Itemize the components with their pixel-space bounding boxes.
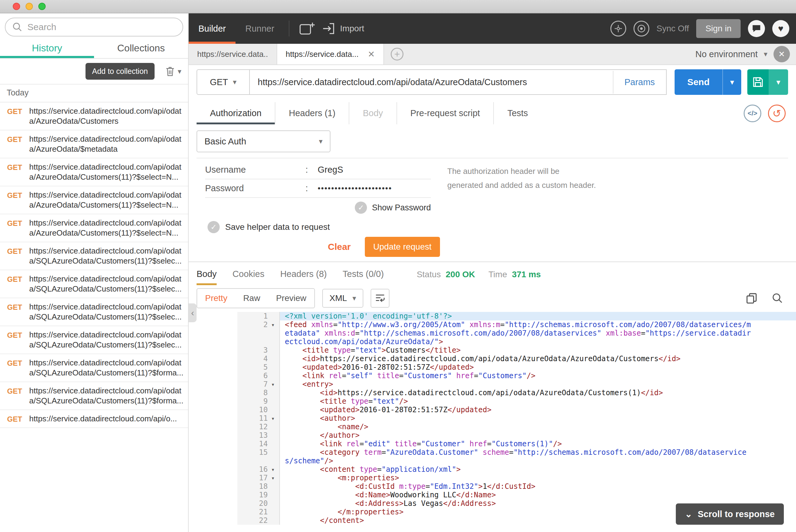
new-request-tab-icon[interactable]: + [391,48,403,60]
history-item[interactable]: GET https://service.datadirectcloud.com/… [0,326,188,354]
copy-icon[interactable] [745,292,758,304]
response-body-viewer[interactable]: 1<?xml version='1.0' encoding='utf-8'?>2… [237,312,796,532]
import-icon [322,22,336,35]
history-item[interactable]: GET https://service.datadirectcloud.com/… [0,102,188,130]
auth-type-select[interactable]: Basic Auth ▾ [197,130,330,152]
view-preview[interactable]: Preview [268,289,314,308]
environment-quicklook-icon[interactable]: ✕ [774,46,790,62]
history-url: https://service.datadirectcloud.com/api/… [29,274,186,294]
save-button[interactable] [747,69,768,95]
sync-icon[interactable] [634,21,649,37]
scroll-to-response-button[interactable]: ⌄ Scroll to response [676,504,784,525]
zoom-button[interactable] [38,3,46,10]
history-item[interactable]: GET https://service.datadirectcloud.com/… [0,354,188,382]
history-item[interactable]: GET https://service.datadirectcloud.com/… [0,158,188,186]
generate-code-icon[interactable]: </> [744,104,761,122]
history-item[interactable]: GET https://service.datadirectcloud.com/… [0,298,188,326]
interceptor-icon[interactable] [610,21,626,37]
tab-body[interactable]: Body [349,102,396,124]
add-to-collection-button[interactable]: Add to collection [86,63,155,80]
history-url: https://service.datadirectcloud.com/api/… [29,246,186,266]
auth-note: The authorization header will be generat… [447,161,596,214]
tab-authorization[interactable]: Authorization [197,102,275,124]
history-method-label: GET [0,330,29,350]
clear-button[interactable]: Clear [328,242,350,252]
password-label: Password [205,183,306,193]
search-input[interactable]: Search [5,18,183,37]
close-button[interactable] [13,3,20,10]
history-item[interactable]: GET https://service.datadirectcloud.com/… [0,186,188,214]
history-item[interactable]: GET https://service.datadirectcloud.com/… [0,270,188,298]
environment-select[interactable]: No environment [695,49,758,59]
username-field[interactable]: GregS [318,165,343,175]
sidebar-collapse-handle[interactable]: ‹ [189,303,197,322]
heart-icon[interactable]: ♥ [772,20,789,37]
tab-headers[interactable]: Headers (1) [275,102,349,124]
history-method-label: GET [0,386,29,406]
sign-in-button[interactable]: Sign in [696,19,741,38]
history-item[interactable]: GET https://service.datadirectcloud.com/… [0,214,188,242]
chevron-down-icon: ▾ [764,51,767,58]
minimize-button[interactable] [25,3,33,10]
clear-history-button[interactable]: ▾ [165,66,181,77]
format-select[interactable]: XML ▾ [322,289,364,308]
view-mode-switch: Pretty Raw Preview [197,288,315,308]
response-tab-tests[interactable]: Tests (0/0) [343,264,384,285]
response-tab-headers[interactable]: Headers (8) [280,264,327,285]
history-url: https://service.datadirectcloud.com/api/… [29,302,186,322]
search-response-icon[interactable] [772,292,783,304]
url-input[interactable]: https://service.datadirectcloud.com/api/… [250,77,613,87]
chevron-down-icon: ▾ [776,78,780,86]
history-item[interactable]: GET https://service.datadirectcloud.com/… [0,242,188,270]
request-tab-2[interactable]: https://service.data... ✕ [277,44,384,64]
history-item[interactable]: GET https://service.datadirectcloud.com/… [0,410,188,428]
line-wrap-button[interactable] [370,289,390,308]
import-button[interactable]: Import [322,22,364,35]
request-builder: GET ▾ https://service.datadirectcloud.co… [189,65,796,261]
colon: : [306,165,318,175]
request-tab-1[interactable]: https://service.data.. [189,44,277,64]
import-label: Import [340,24,364,34]
nav-divider [289,21,289,37]
password-field[interactable]: •••••••••••••••••••••• [318,184,392,193]
close-icon[interactable]: ✕ [368,49,375,59]
colon: : [306,183,318,193]
search-icon [12,22,22,32]
show-password-label: Show Password [372,203,431,212]
history-method-label: GET [0,106,29,126]
reset-icon[interactable]: ↺ [768,104,786,122]
history-item[interactable]: GET https://service.datadirectcloud.com/… [0,382,188,410]
fold-icon[interactable]: ▾ [269,380,277,388]
history-url: https://service.datadirectcloud.com/api/… [29,218,186,238]
response-panel: Body Cookies Headers (8) Tests (0/0) Sta… [189,262,796,532]
method-select[interactable]: GET ▾ [197,69,250,95]
history-item[interactable]: GET https://service.datadirectcloud.com/… [0,130,188,158]
tab-builder[interactable]: Builder [189,13,236,44]
feedback-icon[interactable] [748,20,765,37]
tab-tests[interactable]: Tests [493,102,541,124]
send-options-button[interactable]: ▾ [722,69,741,95]
fold-icon[interactable]: ▾ [269,465,277,474]
tab-pre-request-script[interactable]: Pre-request script [397,102,493,124]
update-request-button[interactable]: Update request [365,237,440,257]
save-helper-checkbox[interactable]: ✓ [207,221,220,233]
status-label: Status [417,270,440,279]
fold-icon[interactable]: ▾ [269,320,277,329]
response-tab-cookies[interactable]: Cookies [233,264,265,285]
response-tab-body[interactable]: Body [197,264,217,285]
tab-collections[interactable]: Collections [94,41,188,58]
history-url: https://service.datadirectcloud.com/api/… [29,162,186,182]
view-pretty[interactable]: Pretty [197,289,235,308]
new-tab-icon[interactable] [299,22,315,36]
fold-icon[interactable]: ▾ [269,414,277,422]
params-button[interactable]: Params [613,71,666,94]
view-raw[interactable]: Raw [235,289,268,308]
send-button[interactable]: Send [674,69,722,95]
tab-runner[interactable]: Runner [236,13,284,44]
save-icon [752,76,764,88]
show-password-checkbox[interactable]: ✓ [355,202,367,214]
fold-icon[interactable]: ▾ [269,474,277,482]
tab-history[interactable]: History [0,41,94,58]
history-url: https://service.datadirectcloud.com/api/… [29,358,186,378]
save-options-button[interactable]: ▾ [768,69,788,95]
